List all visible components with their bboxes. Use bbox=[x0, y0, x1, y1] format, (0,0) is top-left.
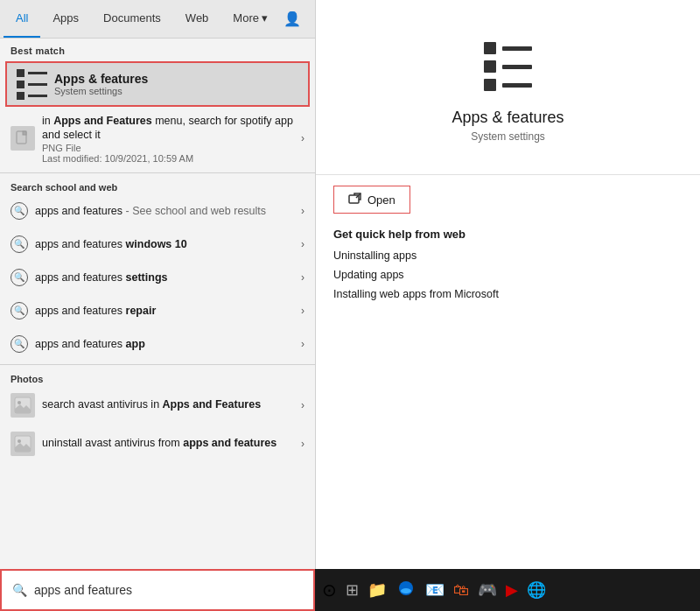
tab-apps[interactable]: Apps bbox=[40, 0, 91, 38]
arrow-icon-5: › bbox=[301, 338, 304, 350]
quick-help-title: Get quick help from web bbox=[333, 228, 682, 241]
taskbar-store-icon[interactable]: 🛍 bbox=[453, 581, 469, 600]
search-web-label: Search school and web bbox=[0, 177, 315, 194]
apps-features-icon bbox=[18, 70, 46, 98]
tab-all[interactable]: All bbox=[4, 0, 40, 38]
svg-rect-1 bbox=[23, 131, 26, 135]
search-circle-icon-3: 🔍 bbox=[10, 269, 28, 286]
photos-item-content-2: uninstall avast antivirus from apps and … bbox=[42, 436, 298, 450]
best-match-text: Apps & features System settings bbox=[54, 72, 148, 96]
search-circle-icon-1: 🔍 bbox=[10, 202, 28, 220]
chevron-down-icon: ▾ bbox=[262, 11, 268, 25]
taskbar-search-icon[interactable]: ⊙ bbox=[322, 579, 337, 600]
arrow-photos-1: › bbox=[301, 399, 304, 411]
web-item-text-2: apps and features windows 10 bbox=[35, 238, 298, 250]
right-app-icon bbox=[477, 35, 540, 98]
taskbar-folder-icon[interactable]: 📁 bbox=[368, 580, 387, 600]
web-item-5[interactable]: 🔍 apps and features app › bbox=[0, 327, 315, 361]
taskbar-media-icon[interactable]: ▶ bbox=[506, 580, 518, 600]
right-app-subtitle: System settings bbox=[471, 130, 545, 143]
search-input[interactable] bbox=[34, 583, 303, 597]
tab-documents[interactable]: Documents bbox=[91, 0, 173, 38]
right-app-title: Apps & features bbox=[452, 109, 564, 127]
web-item-text-3: apps and features settings bbox=[35, 271, 298, 284]
search-circle-icon-2: 🔍 bbox=[10, 235, 28, 253]
arrow-icon-2: › bbox=[301, 238, 304, 250]
open-label: Open bbox=[368, 193, 396, 207]
svg-point-6 bbox=[18, 439, 21, 443]
search-circle-icon-4: 🔍 bbox=[10, 302, 28, 320]
right-panel-header: Apps & features System settings bbox=[316, 0, 700, 175]
taskbar-edge-icon[interactable] bbox=[397, 579, 415, 601]
png-file-type: PNG File bbox=[42, 143, 298, 153]
search-bar[interactable]: 🔍 bbox=[0, 569, 315, 611]
photos-item-2[interactable]: uninstall avast antivirus from apps and … bbox=[0, 425, 315, 463]
photos-label: Photos bbox=[0, 369, 315, 386]
web-item-text-1: apps and features - See school and web r… bbox=[35, 205, 298, 217]
photos-icon-1 bbox=[10, 393, 35, 418]
best-match-item[interactable]: Apps & features System settings bbox=[5, 61, 310, 107]
png-file-content: in Apps and Features menu, search for sp… bbox=[42, 114, 298, 164]
photos-item-title-1: search avast antivirus in Apps and Featu… bbox=[42, 397, 298, 411]
web-item-3[interactable]: 🔍 apps and features settings › bbox=[0, 261, 315, 294]
user-icon[interactable]: 👤 bbox=[280, 7, 304, 31]
quick-help-link-1[interactable]: Uninstalling apps bbox=[333, 249, 682, 262]
taskbar-view-icon[interactable]: ⊞ bbox=[346, 580, 359, 600]
png-file-icon bbox=[10, 126, 35, 151]
photos-item-title-2: uninstall avast antivirus from apps and … bbox=[42, 436, 298, 450]
quick-help-link-3[interactable]: Installing web apps from Microsoft bbox=[333, 288, 682, 300]
tab-web[interactable]: Web bbox=[173, 0, 221, 38]
tab-more[interactable]: More ▾ bbox=[220, 0, 280, 38]
tab-bar: All Apps Documents Web More ▾ 👤 ··· bbox=[0, 0, 315, 39]
divider-2 bbox=[0, 364, 315, 365]
photos-item-1[interactable]: search avast antivirus in Apps and Featu… bbox=[0, 386, 315, 425]
png-file-date: Last modified: 10/9/2021, 10:59 AM bbox=[42, 153, 298, 164]
best-match-subtitle: System settings bbox=[54, 86, 148, 96]
search-circle-icon-5: 🔍 bbox=[10, 335, 28, 353]
open-icon bbox=[348, 193, 362, 207]
quick-help-link-2[interactable]: Updating apps bbox=[333, 269, 682, 281]
photos-item-content-1: search avast antivirus in Apps and Featu… bbox=[42, 397, 298, 411]
web-item-4[interactable]: 🔍 apps and features repair › bbox=[0, 294, 315, 327]
png-file-item[interactable]: in Apps and Features menu, search for sp… bbox=[0, 109, 315, 169]
web-item-1[interactable]: 🔍 apps and features - See school and web… bbox=[0, 194, 315, 228]
png-file-title: in Apps and Features menu, search for sp… bbox=[42, 114, 298, 143]
taskbar-mail-icon[interactable]: 📧 bbox=[425, 580, 444, 600]
svg-point-10 bbox=[401, 588, 411, 593]
taskbar-circle-icon[interactable]: 🌐 bbox=[527, 580, 546, 600]
photos-icon-2 bbox=[10, 432, 35, 456]
open-button[interactable]: Open bbox=[333, 186, 410, 214]
right-panel: Apps & features System settings Open Get… bbox=[315, 0, 700, 611]
web-item-2[interactable]: 🔍 apps and features windows 10 › bbox=[0, 228, 315, 261]
best-match-title: Apps & features bbox=[54, 72, 148, 86]
divider-1 bbox=[0, 172, 315, 173]
arrow-icon-4: › bbox=[301, 305, 304, 317]
search-panel: All Apps Documents Web More ▾ 👤 ··· Best… bbox=[0, 0, 315, 611]
quick-help-section: Get quick help from web Uninstalling app… bbox=[316, 214, 700, 321]
arrow-icon: › bbox=[301, 132, 304, 144]
best-match-label: Best match bbox=[0, 39, 315, 60]
arrow-icon-3: › bbox=[301, 271, 304, 284]
search-bar-icon: 🔍 bbox=[12, 583, 27, 597]
svg-point-3 bbox=[18, 401, 21, 404]
web-item-text-5: apps and features app bbox=[35, 338, 298, 350]
taskbar: ⊙ ⊞ 📁 📧 🛍 🎮 ▶ 🌐 bbox=[315, 569, 700, 611]
tab-more-label: More bbox=[233, 11, 259, 25]
arrow-icon-1: › bbox=[301, 205, 304, 217]
arrow-photos-2: › bbox=[301, 438, 304, 450]
web-item-text-4: apps and features repair bbox=[35, 305, 298, 317]
content-area: Best match Apps & features System settin… bbox=[0, 39, 315, 569]
taskbar-game-icon[interactable]: 🎮 bbox=[478, 580, 497, 600]
